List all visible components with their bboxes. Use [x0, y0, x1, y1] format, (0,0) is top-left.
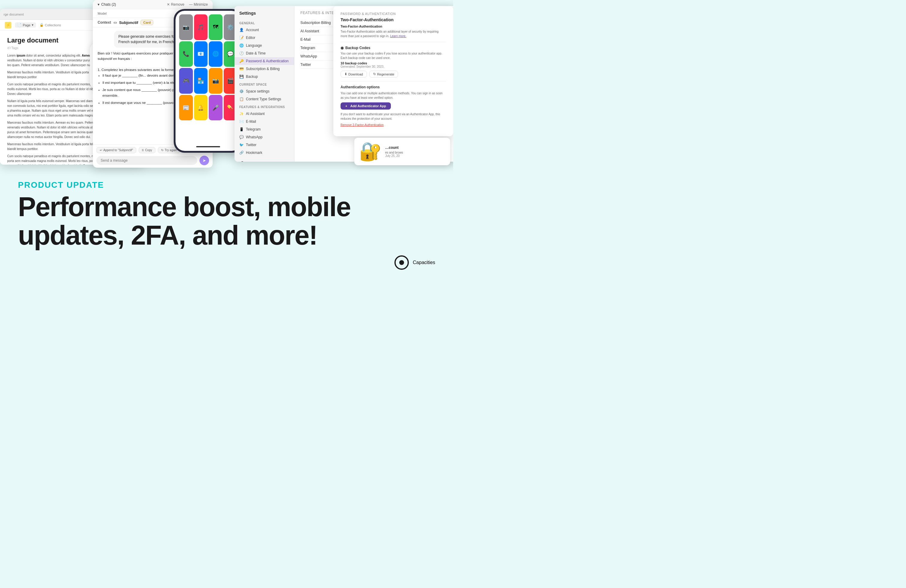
sidebar-item-content-type[interactable]: 📋 Content Type Settings	[234, 95, 294, 103]
regenerate-btn[interactable]: ↻ Regenerate	[369, 71, 398, 78]
download-btn[interactable]: ⬇ Download	[341, 71, 367, 78]
learn-more-link[interactable]: Learn more.	[390, 34, 407, 38]
copy-btn[interactable]: ⎘ Copy	[139, 147, 155, 153]
phone-app-13[interactable]: 🔔	[194, 95, 208, 121]
hookmark-icon: 🔗	[239, 151, 244, 155]
phone-app-8[interactable]: 🎮	[179, 68, 193, 94]
datetime-label: Date & Time	[246, 51, 266, 56]
sidebar-item-account[interactable]: 👤 Account	[234, 26, 294, 34]
remove-2fa-link[interactable]: Remove 2-Factor-Authentication	[341, 123, 446, 127]
capacities-logo: Capacities	[394, 255, 435, 270]
phone-app-12[interactable]: 📰	[179, 95, 193, 121]
chat-input-row[interactable]: ➤	[96, 156, 209, 165]
restart-label[interactable]: Restart	[244, 161, 256, 162]
language-icon: 🌐	[239, 43, 244, 48]
copy-label: Copy	[145, 148, 152, 152]
phone-app-6[interactable]: 🌐	[209, 41, 223, 67]
whatsapp-icon: 💬	[239, 135, 244, 139]
backup-label: Backup	[246, 75, 258, 79]
ai-icon: ✨	[239, 112, 244, 116]
backup-buttons: ⬇ Download ↻ Regenerate	[341, 71, 446, 78]
phone-app-14[interactable]: 🎤	[209, 95, 223, 121]
twofa-desc: Two-Factor Authentication adds an additi…	[341, 29, 446, 38]
send-icon: ➤	[203, 158, 206, 163]
main-headline: Performance boost, mobile updates, 2FA, …	[18, 193, 435, 249]
lock-panel: 🔐 …count es and brows July 25, 20	[354, 138, 450, 165]
context-icon: ▭	[113, 20, 117, 25]
sidebar-item-twitter[interactable]: 🐦 Twitter	[234, 141, 294, 149]
sidebar-item-password[interactable]: 🔑 Password & Authentication	[234, 57, 294, 65]
phone-app-1[interactable]: 🎵	[194, 14, 208, 40]
sidebar-item-datetime[interactable]: 🕐 Date & Time	[234, 49, 294, 57]
send-button[interactable]: ➤	[199, 156, 209, 165]
sidebar-item-space[interactable]: ⚙️ Space settings	[234, 88, 294, 95]
whatsapp-label: WhatsApp	[246, 135, 262, 139]
add-authenticator-label: Add Authenticator App	[350, 104, 386, 108]
chat-header: ▾ Chats (2) ✕ Remove — Minimize	[93, 0, 213, 9]
page-btn[interactable]: 📄 Page ▾	[15, 22, 36, 27]
ai-feature-name: AI Assistant	[300, 29, 319, 33]
phone-app-10[interactable]: 📸	[209, 68, 223, 94]
whatsapp-feature-name: WhatsApp	[300, 54, 317, 58]
settings-sidebar: Settings General 👤 Account 📝 Editor 🌐 La…	[234, 6, 294, 162]
append-btn[interactable]: ↩ Append to "Subjonctif"	[96, 147, 136, 153]
phone-app-2[interactable]: 🗺	[209, 14, 223, 40]
chat-input[interactable]	[96, 156, 197, 165]
chat-header-left: ▾ Chats (2)	[97, 2, 116, 6]
backup-icon: 💾	[239, 75, 244, 79]
sidebar-item-editor[interactable]: 📝 Editor	[234, 34, 294, 41]
context-badge: Card	[140, 20, 153, 25]
sidebar-item-billing[interactable]: 💳 Subscription & Billing	[234, 65, 294, 73]
sidebar-item-language[interactable]: 🌐 Language	[234, 41, 294, 49]
product-update-label: PRODUCT UPDATE	[18, 180, 435, 190]
page-label: Page	[23, 23, 30, 27]
refresh-icon: ↻	[161, 148, 164, 152]
language-label: Language	[246, 43, 262, 48]
page-icon: 📄	[18, 23, 22, 27]
add-authenticator-btn[interactable]: + Add Authenticator App	[341, 102, 391, 110]
bolt-icon: ⚡	[5, 22, 11, 29]
append-icon: ↩	[100, 148, 102, 152]
sidebar-item-ai[interactable]: ✨ AI Assistant	[234, 110, 294, 118]
auth-options-desc: You can add one or multiple authenticati…	[341, 91, 446, 100]
capacities-logo-text: Capacities	[413, 260, 435, 265]
phone-app-4[interactable]: 📞	[179, 41, 193, 67]
minimize-btn[interactable]: — Minimize	[189, 2, 208, 6]
password-icon: 🔑	[239, 59, 244, 63]
sidebar-item-telegram[interactable]: 📱 Telegram	[234, 126, 294, 133]
download-icon: ⬇	[345, 72, 347, 76]
sidebar-item-whatsapp[interactable]: 💬 WhatsApp	[234, 133, 294, 141]
phone-app-0[interactable]: 📷	[179, 14, 193, 40]
sidebar-item-hookmark[interactable]: 🔗 Hookmark	[234, 149, 294, 156]
phone-screen: 📷 🎵 🗺 ⚙️ 📞 📧 🌐 💬 🎮 🏪 📸 🎬 📰 🔔 🎤 💊	[175, 11, 241, 151]
lock-date: July 25, 20	[385, 154, 403, 158]
context-title: Subjonctif	[119, 20, 138, 25]
add-icon: +	[345, 104, 347, 108]
ai-label: AI Assistant	[246, 112, 265, 116]
context-label: Context	[97, 20, 111, 25]
phone-app-5[interactable]: 📧	[194, 41, 208, 67]
phone-home-indicator	[196, 146, 220, 147]
sidebar-item-backup[interactable]: 💾 Backup	[234, 73, 294, 81]
phone-app-9[interactable]: 🏪	[194, 68, 208, 94]
backup-count: 10 backup codes	[341, 61, 446, 65]
collections-btn[interactable]: 🔒 Collections	[40, 23, 61, 27]
sidebar-item-email[interactable]: ✉️ E-Mail	[234, 118, 294, 126]
twitter-icon: 🐦	[239, 143, 244, 147]
page-chevron: ▾	[32, 23, 33, 27]
restart-icon: ↺	[239, 161, 243, 162]
email-feature-name: E-Mail	[300, 37, 311, 41]
restart-row: ↺ Restart	[234, 156, 294, 162]
headline-line1: Performance boost, mobile	[18, 192, 351, 222]
space-label: Space settings	[246, 89, 270, 93]
email-icon: ✉️	[239, 120, 244, 124]
content-type-icon: 📋	[239, 97, 244, 101]
billing-feature-name: Subscription Billing	[300, 21, 331, 25]
backup-codes-title: ◉ Backup Codes	[341, 46, 446, 50]
twofa-section-label: Password & Authentication	[341, 12, 446, 16]
account-label: Account	[246, 28, 259, 32]
general-section-label: General	[234, 19, 294, 26]
auth-warning: If you don't want to authenticate your a…	[341, 112, 446, 121]
editor-label: Editor	[246, 36, 255, 40]
remove-btn[interactable]: ✕ Remove	[167, 2, 184, 6]
